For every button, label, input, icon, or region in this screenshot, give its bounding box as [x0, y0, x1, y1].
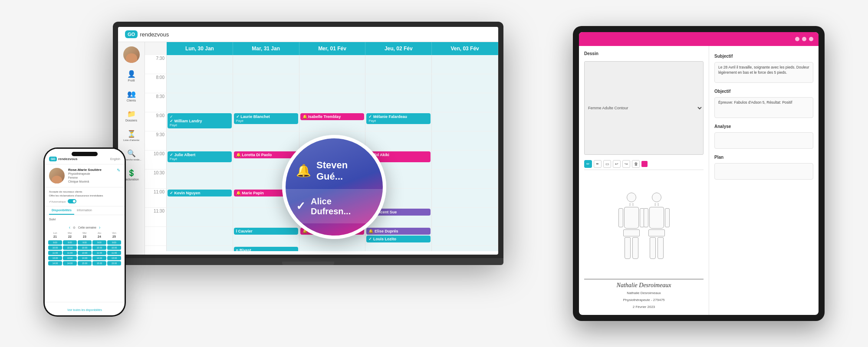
phone-slot[interactable]: 11:00	[107, 251, 121, 255]
appt-kevin[interactable]: ✓ Kevin Nguyen	[168, 190, 232, 196]
appt-julie-albert[interactable]: ✓ Julie Albert Payé	[168, 151, 232, 162]
cal-wed-730[interactable]	[299, 55, 366, 74]
phone-slot[interactable]: 9:00	[107, 240, 121, 245]
tab-disponibilites[interactable]: Disponibilités	[49, 206, 74, 215]
pencil-tool-btn[interactable]: ✏	[584, 160, 592, 168]
cal-wed-extra2[interactable]	[299, 246, 366, 251]
cal-thu-extra2[interactable]	[365, 246, 432, 251]
cal-mon-1000[interactable]: ✓ Julie Albert Payé	[167, 151, 233, 170]
cal-fri-1130[interactable]	[432, 208, 498, 227]
phone-slot[interactable]: 11:00	[63, 251, 77, 255]
phone-toggle[interactable]	[68, 199, 76, 203]
cal-fri-1000[interactable]	[432, 151, 498, 170]
sidebar-item-dossiers[interactable]: 📁 Dossiers	[118, 107, 145, 124]
appt-william-landry[interactable]: ✓ William Landry Payé	[168, 113, 232, 128]
appt-isabelle-tremblay[interactable]: 🔔 Isabelle Tremblay	[300, 113, 365, 120]
appt-laurie-blanchet[interactable]: ✓ Laurie Blanchet Payé	[234, 113, 298, 124]
sidebar-item-liste[interactable]: ⏳ Liste d'attente	[118, 127, 145, 144]
next-week-icon[interactable]: ›	[99, 225, 100, 230]
phone-slot[interactable]: 15:00	[107, 261, 121, 265]
appt-elise[interactable]: 🔔 Elise Duprés	[366, 228, 431, 235]
cal-thu-730[interactable]	[365, 55, 432, 74]
phone-slot[interactable]: 10:00	[48, 246, 62, 250]
phone-slot[interactable]: 13:00	[48, 256, 62, 260]
cal-thu-830[interactable]	[365, 93, 432, 112]
cal-fri-900[interactable]	[432, 112, 498, 131]
cal-fri-extra1[interactable]	[432, 227, 498, 246]
cal-thu-900[interactable]: ✓ Mélanie Falardeau Payé	[365, 112, 432, 131]
cal-fri-730[interactable]	[432, 55, 498, 74]
cal-mon-extra1[interactable]	[167, 227, 233, 246]
cal-tue-900[interactable]: ✓ Laurie Blanchet Payé	[233, 112, 299, 131]
cal-mon-730[interactable]	[167, 55, 233, 74]
cal-fri-800[interactable]	[432, 74, 498, 93]
cal-fri-1100[interactable]	[432, 189, 498, 208]
cal-tue-830[interactable]	[233, 93, 299, 112]
undo-btn[interactable]: ↩	[613, 160, 621, 168]
sidebar-item-clients[interactable]: 👥 Clients	[118, 87, 145, 105]
redo-btn[interactable]: ↪	[622, 160, 630, 168]
cal-tue-730[interactable]	[233, 55, 299, 74]
cal-tue-930[interactable]	[233, 131, 299, 151]
phone-slot[interactable]: 10:00	[78, 246, 92, 250]
color-picker[interactable]	[641, 161, 648, 167]
cal-fri-830[interactable]	[432, 93, 498, 112]
phone-slot[interactable]: 14:00	[78, 256, 92, 260]
cal-wed-900[interactable]: 🔔 Isabelle Tremblay	[299, 112, 366, 131]
prev-week-icon[interactable]: ‹	[69, 225, 70, 230]
magnifier-item-2[interactable]: ✓ Alice Dufresn...	[286, 190, 383, 223]
cal-mon-830[interactable]	[167, 93, 233, 112]
magnifier-item-1[interactable]: 🔔 Steven Gué...	[286, 151, 383, 190]
subjectif-field[interactable]: Le 28 Avril il travaille, soignante avec…	[714, 62, 813, 83]
appt-rivest[interactable]: n Rivest	[234, 247, 298, 251]
phone-slot[interactable]: 10:00	[92, 246, 106, 250]
phone-slot[interactable]: 13:00	[78, 251, 92, 255]
appt-melanie-falardeau[interactable]: ✓ Mélanie Falardeau Payé	[366, 113, 431, 124]
appt-cauvier[interactable]: l Cauvier	[234, 228, 298, 235]
phone-slot[interactable]: 11:00	[48, 251, 62, 255]
cal-mon-930[interactable]	[167, 131, 233, 151]
objectif-field[interactable]: Épreuve: Fabulos d'Adson 5, Résultat: Po…	[714, 97, 813, 118]
cal-wed-830[interactable]	[299, 93, 366, 112]
analyse-field[interactable]	[714, 132, 813, 149]
cal-thu-extra1[interactable]: 🔔 Elise Duprés ✓ Louis Lozito	[365, 227, 432, 246]
cal-mon-extra2[interactable]	[167, 246, 233, 251]
cal-thu-800[interactable]	[365, 74, 432, 93]
phone-slot[interactable]: 11:00	[92, 251, 106, 255]
cal-fri-1030[interactable]	[432, 170, 498, 189]
phone-slot[interactable]: 14:00	[48, 261, 62, 265]
cal-tue-extra1[interactable]: l Cauvier	[233, 227, 299, 246]
pen-tool-btn[interactable]: ✒	[594, 160, 602, 168]
cal-mon-1100[interactable]: ✓ Kevin Nguyen	[167, 189, 233, 208]
phone-slot[interactable]: 9:00	[92, 240, 106, 245]
clear-btn[interactable]: 🗑	[632, 160, 640, 168]
tab-information[interactable]: Information	[74, 206, 95, 215]
appt-louis[interactable]: ✓ Louis Lozito	[366, 236, 431, 242]
appt-loretta[interactable]: 🔔 Loretta Di Paolo	[234, 151, 298, 158]
body-diagram-select[interactable]: Femme Adulte Contour	[584, 61, 704, 155]
cal-thu-930[interactable]	[365, 131, 432, 151]
cal-fri-extra2[interactable]	[432, 246, 498, 251]
phone-slot[interactable]: 14:00	[63, 261, 77, 265]
cal-wed-800[interactable]	[299, 74, 366, 93]
phone-slot[interactable]: 14:00	[92, 256, 106, 260]
phone-slot[interactable]: 13:00	[63, 256, 77, 260]
cal-mon-900[interactable]: ✓ William Landry Payé	[167, 112, 233, 131]
cal-mon-1130[interactable]	[167, 208, 233, 227]
phone-slot[interactable]: 15:00	[78, 261, 92, 265]
plan-field[interactable]	[714, 163, 813, 180]
phone-slot[interactable]: 15:00	[92, 261, 106, 265]
edit-icon[interactable]: ✎	[117, 168, 120, 173]
phone-slot[interactable]: 13:00	[107, 256, 121, 260]
cal-mon-800[interactable]	[167, 74, 233, 93]
phone-slot[interactable]: 9:00	[78, 240, 92, 245]
phone-slot[interactable]: 10:00	[63, 246, 77, 250]
cal-tue-extra2[interactable]: n Rivest	[233, 246, 299, 251]
phone-all-slots-link[interactable]: Voir toutes les disponibilités	[67, 308, 102, 311]
cal-fri-930[interactable]	[432, 131, 498, 151]
cal-mon-1030[interactable]	[167, 170, 233, 189]
phone-slot[interactable]: 10:00	[107, 246, 121, 250]
sidebar-item-profil[interactable]: 👤 Profil	[118, 67, 145, 85]
rect-tool-btn[interactable]: ▭	[603, 160, 611, 168]
phone-slot[interactable]: 9:00	[63, 240, 77, 245]
